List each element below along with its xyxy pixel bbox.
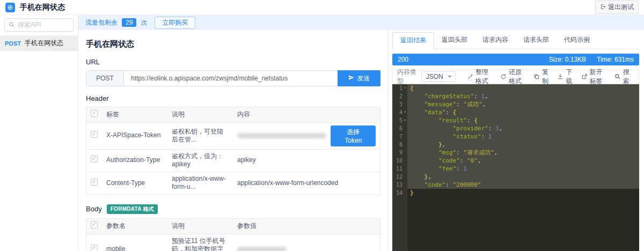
checkbox-checked-icon[interactable] — [91, 245, 98, 251]
code-line-content: "data": { — [407, 108, 639, 116]
send-button[interactable]: 发送 — [338, 70, 380, 86]
column-header: 说明 — [167, 107, 233, 123]
checkbox-checked-icon[interactable] — [91, 110, 98, 117]
buy-now-button[interactable]: 立即购买 — [155, 17, 195, 29]
line-number-text: 3 — [399, 100, 402, 108]
code-token: "code" — [425, 181, 446, 188]
response-tab[interactable]: 返回结果 — [392, 32, 434, 49]
url-bar: POST https://eolink.o.apispace.com/zwsjm… — [86, 70, 380, 86]
tool-button-label: 还原格式 — [509, 68, 526, 86]
checkbox-cell — [86, 122, 103, 149]
tool-button-label: 下载 — [566, 68, 573, 86]
line-number-text: 14 — [396, 189, 402, 197]
line-number: 3 — [392, 100, 407, 108]
param-desc-cell: application/x-www-form-u... — [167, 172, 233, 194]
code-token: 1 — [488, 133, 492, 140]
value-text[interactable]: application/x-www-form-urlencoded — [237, 179, 338, 188]
json-response-editor[interactable]: 1▾{2 "chargeStatus": 1,3 "message": "成功"… — [392, 84, 639, 251]
response-toolbar: 内容类型 JSON 整理格式还原格式复制下载新开标签搜索 — [392, 70, 639, 84]
exit-test-button[interactable]: 退出测试 — [595, 1, 639, 14]
redacted-value — [237, 247, 287, 251]
quota-label: 流量包剩余 — [85, 18, 118, 27]
code-token: , — [499, 125, 503, 132]
code-token — [410, 165, 438, 172]
response-tab[interactable]: 代码示例 — [557, 32, 597, 49]
value-wrap: apikey — [237, 156, 376, 165]
url-section-label: URL — [86, 58, 380, 66]
revert-button[interactable]: 还原格式 — [496, 68, 530, 86]
code-token — [410, 101, 425, 108]
code-token: "message" — [425, 101, 457, 108]
top-bar: 手机在网状态 退出测试 — [0, 0, 644, 15]
param-name-cell: mobile — [102, 234, 167, 251]
response-tab[interactable]: 请求头部 — [516, 32, 557, 49]
value-text[interactable]: apikey — [237, 156, 256, 165]
code-token: : — [456, 149, 463, 156]
line-number-text: 8 — [399, 141, 402, 149]
fold-arrow-icon[interactable]: ▾ — [402, 84, 407, 92]
fold-arrow-icon[interactable]: ▾ — [402, 116, 407, 124]
checkbox-checked-icon[interactable] — [91, 131, 98, 138]
param-value-cell: application/x-www-form-urlencoded — [233, 172, 380, 194]
copy-button[interactable]: 复制 — [530, 68, 553, 86]
api-name-label: 手机在网状态 — [25, 39, 63, 48]
checkbox-checked-icon[interactable] — [91, 222, 98, 228]
http-method-tag: POST — [5, 40, 21, 47]
body-table: 参数名 说明 参数值 mobile预验证11 位手机号码，和加密数据字段二选一e… — [86, 218, 380, 251]
quota-banner: 流量包剩余 29 次 立即购买 — [78, 15, 644, 30]
app-logo-icon — [5, 3, 15, 12]
sidebar-item-api[interactable]: POST手机在网状态 — [0, 35, 78, 51]
send-icon — [348, 75, 354, 82]
code-token — [410, 93, 425, 100]
code-token: : — [460, 157, 467, 164]
code-token: , — [428, 173, 431, 180]
checkbox-cell — [86, 234, 103, 251]
column-header: 说明 — [167, 218, 233, 234]
code-token: "chargeStatus" — [425, 93, 474, 100]
value-wrap — [237, 247, 376, 251]
table-row: mobile预验证11 位手机号码，和加密数据字段二选一 — [86, 234, 380, 251]
code-line-content: } — [407, 189, 639, 197]
code-token: , — [494, 149, 498, 156]
code-line: 14} — [392, 189, 639, 197]
code-token — [410, 109, 425, 116]
response-tab[interactable]: 返回头部 — [434, 32, 475, 49]
code-line-content: }, — [407, 141, 639, 149]
fold-arrow-icon[interactable]: ▾ — [402, 108, 407, 116]
code-token: "200000" — [453, 181, 481, 188]
line-number: 6 — [392, 124, 407, 132]
param-value-cell — [233, 234, 380, 251]
code-line-content: "fee": 1 — [407, 165, 639, 173]
choose-token-button[interactable]: 选择 Token — [331, 126, 376, 146]
api-title: 手机在网状态 — [86, 39, 380, 49]
search-button[interactable]: 搜索 — [611, 68, 634, 86]
url-input[interactable]: https://eolink.o.apispace.com/zwsjmd/mob… — [124, 71, 338, 86]
quota-count-badge: 29 — [122, 18, 136, 27]
line-number: 5▾ — [392, 116, 407, 124]
code-token: , — [442, 141, 446, 148]
download-icon — [557, 73, 564, 80]
response-tab[interactable]: 请求内容 — [475, 32, 516, 49]
column-header: 标签 — [102, 107, 167, 123]
column-header: 参数名 — [102, 218, 167, 234]
code-token: , — [485, 93, 488, 100]
line-number-text: 7 — [399, 132, 402, 141]
column-header: 参数值 — [233, 218, 380, 234]
search-input[interactable]: 搜索API — [4, 18, 74, 32]
code-line: 11 "fee": 1 — [392, 165, 639, 173]
code-token: : — [456, 165, 463, 172]
checkbox-cell — [86, 172, 103, 194]
line-number: 8 — [392, 141, 407, 149]
line-number-text: 6 — [399, 124, 402, 132]
line-number: 7 — [392, 132, 407, 141]
code-token: , — [478, 157, 481, 164]
checkbox-checked-icon[interactable] — [91, 179, 98, 186]
wand-button[interactable]: 整理格式 — [463, 68, 496, 86]
tool-button-label: 整理格式 — [475, 68, 493, 86]
new-tab-button[interactable]: 新开标签 — [577, 68, 611, 86]
download-button[interactable]: 下载 — [553, 68, 577, 86]
content-type-select[interactable]: JSON — [421, 71, 456, 82]
table-row: X-APISpace-Token鉴权私钥，可登陆后在管...选择 Token — [86, 122, 380, 149]
checkbox-checked-icon[interactable] — [91, 156, 98, 163]
code-token: : — [488, 125, 495, 132]
